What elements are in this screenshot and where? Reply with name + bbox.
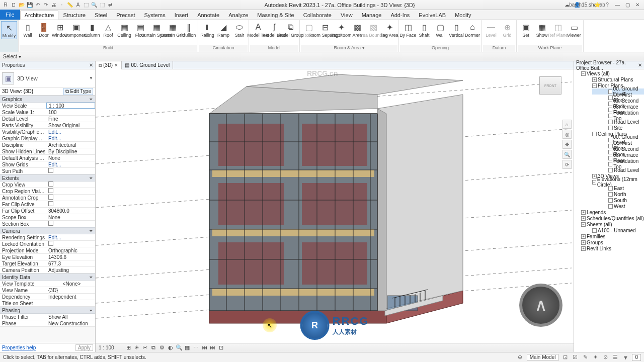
apply-button[interactable]: Apply xyxy=(75,344,93,351)
prop-row[interactable]: Sun Path xyxy=(0,168,95,174)
qat-new-icon[interactable]: 🗋 xyxy=(10,2,17,9)
checkbox-icon[interactable] xyxy=(48,221,53,226)
tree-sheet-item[interactable]: A100 - Unnamed xyxy=(581,227,644,233)
tab-annotate[interactable]: Annotate xyxy=(193,11,224,20)
checkbox-icon[interactable] xyxy=(48,241,53,246)
prop-row[interactable]: Parts VisibilityShow Original xyxy=(0,122,95,129)
prop-row[interactable]: Phase FilterShow All xyxy=(0,314,95,320)
browser-tree[interactable]: Views (all)Structural PlansFloor Plans00… xyxy=(574,69,644,352)
prop-row[interactable]: Crop Region Visible xyxy=(0,188,95,195)
render-icon[interactable]: ⚙ xyxy=(158,344,166,351)
user-name[interactable]: barch15.shadab xyxy=(584,2,591,9)
prop-section-graphics[interactable]: Graphics⏷ xyxy=(0,96,95,103)
ribbon-vertical-button[interactable]: ▯Vertical xyxy=(448,21,464,38)
nav-wheel-icon[interactable]: ◎ xyxy=(562,130,572,139)
status-i6-icon[interactable]: ☰ xyxy=(612,354,619,361)
tree-legends[interactable]: Legends xyxy=(575,209,644,215)
prop-row[interactable]: Far Clip Offset304800.0 xyxy=(0,208,95,214)
tree-elevation-item[interactable]: South xyxy=(592,197,644,203)
checkbox-icon[interactable] xyxy=(48,195,53,200)
tree-schedules-summary[interactable]: Schedules/Quantities (all) xyxy=(581,215,644,221)
ribbon-curtain-grid-button[interactable]: ▦Curtain Grid xyxy=(165,21,181,38)
ribbon-wall-button[interactable]: ▢Wall xyxy=(432,21,448,38)
ribbon-area-boundary-button[interactable]: ▧Area Boundary xyxy=(365,21,381,38)
tree-floorplan-item[interactable]: Road Level xyxy=(592,119,644,125)
tab-insert[interactable]: Insert xyxy=(170,11,193,20)
prop-row[interactable]: View Scale1 : 100 xyxy=(0,103,95,109)
tree-sheets-summary[interactable]: Sheets (all) xyxy=(581,221,644,227)
qat-save-icon[interactable]: 💾 xyxy=(26,2,33,9)
tree-revit-links[interactable]: Revit Links xyxy=(575,245,644,251)
prop-row[interactable]: Locked Orientation xyxy=(0,241,95,247)
status-i2-icon[interactable]: ☑ xyxy=(572,354,579,361)
prop-value[interactable]: Adjusting xyxy=(46,267,95,273)
browser-close-icon[interactable]: ✕ xyxy=(638,62,642,68)
tree-families-summary[interactable]: Families xyxy=(581,233,644,239)
prop-value[interactable] xyxy=(46,241,95,247)
prop-row[interactable]: Show Hidden LinesBy Discipline xyxy=(0,148,95,155)
edit-link[interactable]: Edit... xyxy=(48,162,61,167)
ribbon-grid-button[interactable]: ⊕Grid xyxy=(499,21,515,38)
prop-value[interactable] xyxy=(46,195,95,201)
doctab-close-icon[interactable]: ✕ xyxy=(114,63,118,68)
close-icon[interactable]: ✕ xyxy=(634,2,641,9)
checkbox-icon[interactable] xyxy=(48,201,53,206)
prop-row[interactable]: Camera PositionAdjusting xyxy=(0,267,95,274)
ribbon-column-button[interactable]: ▮Column xyxy=(84,21,100,38)
nav-orbit-icon[interactable]: ⟳ xyxy=(562,160,572,169)
prop-value[interactable]: Edit... xyxy=(46,136,95,141)
tree-elevation-item[interactable]: North xyxy=(592,191,644,197)
prop-row[interactable]: Scale Value 1:100 xyxy=(0,109,95,116)
tree-ceilingplan-item[interactable]: Foundation Top xyxy=(592,161,644,167)
qat-measure-icon[interactable]: · xyxy=(58,2,65,9)
doctab-3d[interactable]: ⧈ {3D} ✕ xyxy=(96,61,122,69)
prop-row[interactable]: DisciplineArchitectural xyxy=(0,142,95,148)
prop-row[interactable]: View Name{3D} xyxy=(0,287,95,294)
ribbon-modify-button[interactable]: ↖Modify xyxy=(1,21,17,39)
tab-structure[interactable]: Structure xyxy=(58,11,90,20)
prop-value[interactable] xyxy=(46,182,95,188)
prop-value[interactable]: Independent xyxy=(46,294,95,300)
ribbon-shaft-button[interactable]: ▯Shaft xyxy=(416,21,432,38)
prop-row[interactable]: Eye Elevation14306.6 xyxy=(0,254,95,260)
qat-search-icon[interactable]: ⬚ xyxy=(83,2,90,9)
prop-row[interactable]: Rendering SettingsEdit... xyxy=(0,234,95,241)
status-i1-icon[interactable]: ⊡ xyxy=(561,354,569,361)
ribbon-tag-room-button[interactable]: ✦Tag Room xyxy=(333,21,349,38)
visual-style-icon[interactable]: ☀ xyxy=(133,344,140,351)
prop-row[interactable]: Crop View xyxy=(0,182,95,188)
prop-row[interactable]: Projection ModeOrthographic xyxy=(0,247,95,254)
nav-pan-icon[interactable]: ✥ xyxy=(562,140,572,149)
tab-steel[interactable]: Steel xyxy=(90,11,112,20)
tab-precast[interactable]: Precast xyxy=(112,11,139,20)
view-scale-label[interactable]: 1 : 100 xyxy=(99,345,123,350)
tree-elevation-item[interactable]: West xyxy=(592,203,644,209)
prop-row[interactable]: Target Elevation677.3 xyxy=(0,260,95,267)
favorites-icon[interactable]: ⭐ xyxy=(594,2,601,9)
status-i5-icon[interactable]: ⊘ xyxy=(602,354,609,361)
prop-row[interactable]: Graphic Display Optio...Edit... xyxy=(0,135,95,142)
qat-close-hidden-icon[interactable]: ⬚ xyxy=(99,2,106,9)
crop-icon[interactable]: ◐ xyxy=(167,344,174,351)
qat-redo-icon[interactable]: ↷ xyxy=(42,2,49,9)
ribbon-show-button[interactable]: ▦Show xyxy=(534,21,550,38)
edit-link[interactable]: Edit... xyxy=(48,129,61,135)
tree-elevations[interactable]: Elevations (12mm Circle)EastNorthSouthWe… xyxy=(581,179,644,209)
prop-row[interactable]: Section Box xyxy=(0,221,95,227)
tree-legends-summary[interactable]: Legends xyxy=(581,209,644,215)
tree-schedules[interactable]: Schedules/Quantities (all) xyxy=(575,215,644,221)
minimize-icon[interactable]: — xyxy=(614,2,621,9)
maximize-icon[interactable]: ▢ xyxy=(624,2,631,9)
prev-icon[interactable]: ⏮ xyxy=(201,344,208,351)
prop-value[interactable]: By Discipline xyxy=(46,149,95,154)
ribbon-railing-button[interactable]: ⫿Railing xyxy=(199,21,215,38)
type-selector[interactable]: ▣ 3D View ▼ xyxy=(0,69,95,87)
status-main-model[interactable]: Main Model xyxy=(527,354,559,361)
tab-file[interactable]: File xyxy=(0,10,20,20)
checkbox-icon[interactable] xyxy=(48,168,53,173)
tree-floorplan-item[interactable]: Foundation Top xyxy=(592,113,644,119)
ribbon-stair-button[interactable]: ⬭Stair xyxy=(231,21,248,38)
prop-row[interactable]: View Template<None> xyxy=(0,281,95,287)
tab-collaborate[interactable]: Collaborate xyxy=(299,11,336,20)
nav-home-icon[interactable]: ⌂ xyxy=(562,120,572,129)
